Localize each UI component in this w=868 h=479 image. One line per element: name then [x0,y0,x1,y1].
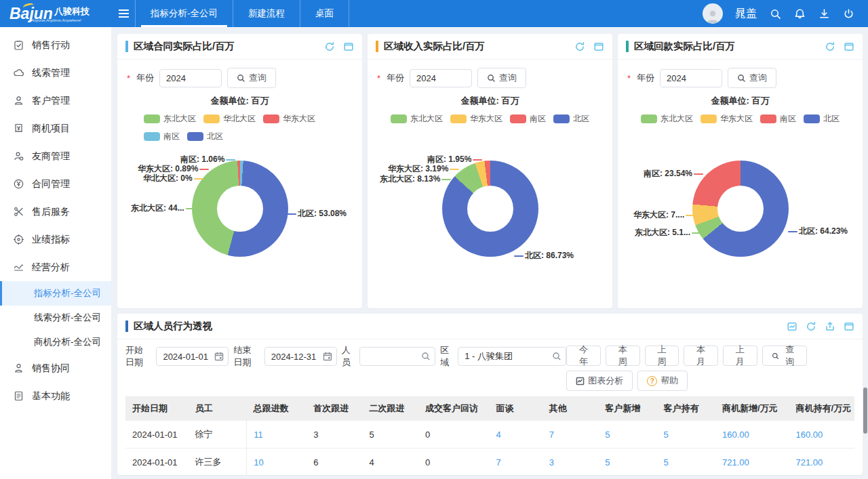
sidebar-item-sales-collaboration[interactable]: 销售协同 [0,354,111,382]
refresh-icon[interactable] [806,321,816,332]
query-button[interactable]: 查询 [227,68,276,88]
legend-swatch [804,114,820,123]
table-column-header: 首次跟进 [307,396,362,421]
legend-label: 南区 [163,131,180,142]
clipboard-check-icon [13,39,24,51]
table-link-cell[interactable]: 160.00 [715,421,789,449]
sidebar-subitem-leads-analysis[interactable]: 线索分析-全公司 [0,306,111,330]
table-link-cell[interactable]: 5 [657,421,715,449]
person-input[interactable] [359,347,435,366]
donut-chart[interactable] [442,161,538,257]
user-avatar[interactable] [703,3,723,24]
legend-item[interactable]: 东北大区 [391,113,443,125]
start-date-input[interactable] [156,347,229,366]
sidebar-item-leads[interactable]: 线索管理 [0,59,111,87]
table-column-header: 员工 [188,396,246,421]
sidebar-item-after-sales[interactable]: 售后服务 [0,198,111,226]
sidebar-subitem-indicator-analysis[interactable]: 指标分析-全公司 [0,281,111,306]
last-week-button[interactable]: 上周 [645,346,679,366]
legend-label: 东北大区 [660,113,693,125]
last-month-button[interactable]: 上月 [723,346,757,366]
legend-swatch [391,114,407,123]
legend-label: 北区 [573,113,589,125]
year-label: 年份 [387,72,404,84]
menu-toggle-icon[interactable] [112,0,135,27]
this-week-button[interactable]: 本周 [606,346,640,366]
legend-item[interactable]: 华北大区 [203,113,256,125]
refresh-icon[interactable] [574,41,585,52]
refresh-icon[interactable] [324,41,335,52]
sidebar-item-kpi[interactable]: 业绩指标 [0,226,111,253]
table-link-cell[interactable]: 5 [657,449,715,476]
card-title: 区域合同实际占比/百万 [134,40,324,53]
table-link-cell[interactable]: 721.00 [715,449,789,476]
tab-desktop[interactable]: 桌面 [300,0,349,27]
sidebar-subitem-opportunity-analysis[interactable]: 商机分析-全公司 [0,330,111,354]
refresh-icon[interactable] [825,41,835,52]
sidebar-item-business-analysis[interactable]: 经营分析 [0,253,111,281]
end-date-input[interactable] [264,347,337,366]
unit-label: 金额单位: 百万 [117,95,362,107]
brand-slogan: Anyone,Anytime,Anywhere! [31,18,81,22]
table-link-cell[interactable]: 7 [542,421,598,449]
table-link-cell[interactable]: 11 [247,421,307,449]
legend-swatch [760,114,776,123]
table-link-cell[interactable]: 5 [598,421,656,449]
username[interactable]: 晁盖 [735,7,757,21]
sidebar-item-contracts[interactable]: 合同管理 [0,170,111,198]
donut-chart[interactable] [692,161,789,257]
power-icon[interactable] [842,7,854,20]
legend-label: 华北大区 [223,113,256,125]
legend-item[interactable]: 北区 [553,113,589,125]
maximize-icon[interactable] [343,41,354,52]
maximize-icon[interactable] [593,41,604,52]
donut-chart[interactable] [192,161,288,257]
table-row: 2024-01-01徐宁113504755160.00160.00 [125,421,854,449]
sidebar-item-label: 基本功能 [32,390,70,402]
maximize-icon[interactable] [844,321,854,332]
table-link-cell[interactable]: 3 [542,449,598,476]
table-link-cell[interactable]: 7 [489,449,542,476]
legend-item[interactable]: 南区 [144,131,180,142]
legend-item[interactable]: 南区 [510,113,546,125]
table-link-cell[interactable]: 10 [247,449,307,476]
this-year-button[interactable]: 今年 [566,346,601,366]
sidebar-item-sales-action[interactable]: 销售行动 [0,31,111,59]
search-icon[interactable] [769,7,781,20]
maximize-icon[interactable] [844,41,854,52]
year-input[interactable] [660,69,722,87]
this-month-button[interactable]: 本月 [684,346,718,366]
table-link-cell[interactable]: 4 [489,421,542,449]
help-button[interactable]: ? 帮助 [637,371,688,391]
region-input[interactable] [458,347,566,366]
chart-view-icon[interactable] [787,321,797,332]
year-input[interactable] [159,69,222,87]
sidebar-item-partners[interactable]: 友商管理 [0,142,111,170]
download-icon[interactable] [818,7,830,20]
sidebar-item-basic-functions[interactable]: 基本功能 [0,382,111,410]
table-link-cell[interactable]: 5 [598,449,656,476]
tab-indicator-analysis[interactable]: 指标分析-全公司 [136,0,233,27]
query-button[interactable]: 查询 [477,68,526,88]
chart-analysis-button[interactable]: 图表分析 [566,371,633,391]
page-scrollbar-thumb[interactable] [863,388,867,434]
export-icon[interactable] [825,321,835,332]
year-input[interactable] [410,69,472,87]
query-button[interactable]: 查询 [762,346,807,366]
query-button[interactable]: 查询 [728,68,776,88]
table-link-cell[interactable]: 721.00 [789,449,854,476]
table-link-cell[interactable]: 160.00 [789,421,854,449]
sidebar-item-opportunities[interactable]: 商机项目 [0,114,111,142]
legend-item[interactable]: 东北大区 [144,113,196,125]
bell-icon[interactable] [793,7,806,20]
legend-item[interactable]: 东北大区 [641,113,693,125]
legend-item[interactable]: 北区 [804,113,840,125]
legend-item[interactable]: 北区 [187,131,223,142]
legend-item[interactable]: 华东大区 [263,113,315,125]
tab-new-process[interactable]: 新建流程 [233,0,300,27]
legend-item[interactable]: 华东大区 [450,113,502,125]
table-cell: 5 [363,421,418,449]
legend-item[interactable]: 华东大区 [701,113,753,125]
legend-item[interactable]: 南区 [760,113,796,125]
sidebar-item-customers[interactable]: 客户管理 [0,87,111,114]
